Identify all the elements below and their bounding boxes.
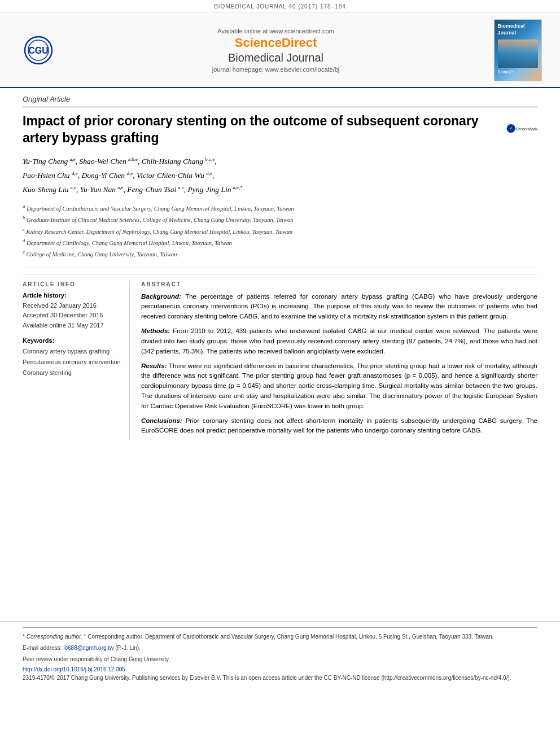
conclusions-text: Prior coronary stenting does not affect … — [141, 417, 537, 434]
cgu-logo: CGU — [17, 33, 59, 67]
methods-label: Methods: — [141, 327, 173, 334]
author-7: Kuo-Sheng Liu a,e, — [23, 185, 80, 194]
homepage-text: journal homepage: www.elsevier.com/locat… — [212, 66, 340, 73]
footer-section: * Corresponding author. * Corresponding … — [0, 621, 560, 692]
affiliation-c: c Kidney Research Center, Department of … — [23, 225, 537, 237]
main-content: Original Article Impact of prior coronar… — [0, 88, 560, 610]
sciencedirect-label: ScienceDirect — [59, 36, 492, 50]
article-title: Impact of prior coronary stenting on the… — [23, 113, 501, 147]
abstract-header: ABSTRACT — [141, 281, 537, 287]
affiliation-d: d Department of Cardiology, Chang Gung M… — [23, 237, 537, 248]
license-text: 2319-4170/© 2017 Chang Gung University. … — [23, 675, 537, 681]
affiliation-b: b Graduate Institute of Clinical Medical… — [23, 213, 537, 225]
journal-name: Biomedical Journal — [59, 51, 492, 64]
abstract-content: Background: The percentage of patients r… — [141, 292, 537, 436]
journal-cover-container: Biomedical Journal BiomedJ — [492, 19, 543, 81]
background-label: Background: — [141, 293, 185, 300]
journal-homepage: journal homepage: www.elsevier.com/locat… — [59, 66, 492, 73]
title-section: Impact of prior coronary stenting on the… — [23, 113, 537, 147]
email-line: E-mail address: lo688@cgmh.org.tw (P.-J.… — [23, 644, 537, 653]
email-address[interactable]: lo688@cgmh.org.tw — [63, 645, 113, 651]
accepted-date: Accepted 30 December 2016 — [23, 311, 121, 321]
article-history-label: Article history: — [23, 292, 121, 299]
svg-text:CGU: CGU — [28, 46, 49, 55]
author-1: Yu-Ting Cheng a,e, — [23, 157, 80, 165]
crossmark: ✓ CrossMark — [506, 116, 537, 141]
svg-text:✓: ✓ — [509, 126, 513, 131]
abstract-results: Results: There were no significant diffe… — [141, 361, 537, 412]
abstract-column: ABSTRACT Background: The percentage of p… — [141, 281, 537, 441]
corresponding-note: * Corresponding author. * Corresponding … — [23, 632, 537, 641]
article-type: Original Article — [23, 88, 537, 107]
journal-top-bar-text: BIOMEDICAL JOURNAL 40 (2017) 178–184 — [214, 3, 346, 10]
author-9: Feng-Chun Tsai a,e, — [127, 185, 187, 194]
affiliation-a: a Department of Cardiothoracic and Vascu… — [23, 202, 537, 213]
content-spacer — [23, 440, 537, 610]
author-2: Shao-Wei Chen a,b,e, — [80, 157, 142, 165]
journal-cover: Biomedical Journal BiomedJ — [494, 19, 542, 81]
doi-text: http://dx.doi.org/10.1016/j.bj.2016.12.0… — [23, 666, 125, 672]
author-8: Yu-Yun Nan a,e, — [80, 185, 128, 194]
background-text: The percentage of patients referred for … — [141, 293, 537, 320]
header-center: Available online at www.sciencedirect.co… — [59, 28, 492, 73]
two-column-section: ARTICLE INFO Article history: Received 2… — [23, 274, 537, 441]
corresponding-note-text: * Corresponding author. — [23, 634, 84, 640]
cover-title-line1: Biomedical — [498, 23, 538, 30]
author-6: Victor Chien-Chia Wu d,e, — [137, 171, 214, 180]
email-label: E-mail address: — [23, 645, 62, 651]
abstract-methods: Methods: From 2010 to 2012, 439 patients… — [141, 326, 537, 356]
header-available-text: Available online at www.sciencedirect.co… — [59, 28, 492, 34]
affiliation-e: e College of Medicine, Chang Gung Univer… — [23, 248, 537, 259]
peer-review-note: Peer review under responsibility of Chan… — [23, 655, 537, 664]
author-5: Dong-Yi Chen d,e, — [82, 171, 137, 180]
author-4: Pao-Hsien Chu d,e, — [23, 171, 82, 180]
article-info-header: ARTICLE INFO — [23, 281, 121, 287]
license-content: 2319-4170/© 2017 Chang Gung University. … — [23, 675, 511, 681]
keyword-1: Coronary artery bypass grafting — [23, 346, 121, 357]
abstract-conclusions: Conclusions: Prior coronary stenting doe… — [141, 416, 537, 436]
affil-divider — [23, 268, 537, 268]
affiliations: a Department of Cardiothoracic and Vascu… — [23, 202, 537, 259]
author-10: Pyng-Jing Lin a,e,* — [188, 185, 243, 194]
doi-link[interactable]: http://dx.doi.org/10.1016/j.bj.2016.12.0… — [23, 666, 537, 672]
results-label: Results: — [141, 362, 169, 369]
keyword-3: Coronary stenting — [23, 368, 121, 378]
keyword-2: Percutaneous coronary intervention — [23, 357, 121, 368]
methods-text: From 2010 to 2012, 439 patients who unde… — [141, 327, 537, 355]
received-date: Received 22 January 2016 — [23, 301, 121, 311]
available-online-date: Available online 31 May 2017 — [23, 321, 121, 331]
results-text: There were no significant differences in… — [141, 362, 537, 409]
cover-subtitle: BiomedJ — [498, 69, 538, 75]
abstract-background: Background: The percentage of patients r… — [141, 292, 537, 322]
peer-review-text: Peer review under responsibility of Chan… — [23, 656, 170, 662]
author-3: Chih-Hsiang Chang b,c,e, — [142, 157, 217, 165]
journal-top-bar: BIOMEDICAL JOURNAL 40 (2017) 178–184 — [0, 0, 560, 12]
conclusions-label: Conclusions: — [141, 417, 186, 424]
keywords-label: Keywords: — [23, 337, 121, 344]
header-area: CGU Available online at www.sciencedirec… — [0, 12, 560, 88]
authors-section: Yu-Ting Cheng a,e, Shao-Wei Chen a,b,e, … — [23, 155, 537, 196]
email-suffix: (P.-J. Lin). — [115, 645, 141, 651]
cover-title-line2: Journal — [498, 30, 538, 37]
article-info-column: ARTICLE INFO Article history: Received 2… — [23, 281, 130, 441]
footer-divider — [23, 627, 537, 628]
corresponding-address: * Corresponding author. Department of Ca… — [84, 634, 494, 640]
